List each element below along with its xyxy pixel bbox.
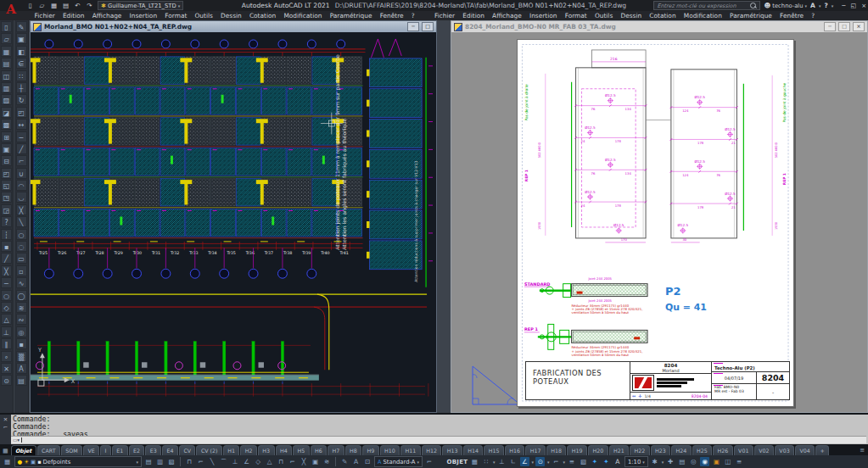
undo-button[interactable]: ↶ [73, 1, 82, 10]
transparency-toggle[interactable]: ▧ [579, 457, 588, 466]
field-icon[interactable]: ▣ [1, 143, 12, 154]
layout-browse-icon[interactable]: ▦ [3, 448, 8, 454]
scale-icon[interactable]: ◰ [16, 107, 27, 118]
open-button[interactable]: ▱ [37, 1, 47, 10]
tab-e3[interactable]: E3 [145, 445, 161, 455]
right-window-titlebar[interactable]: 8204_Morland_BMO-N0 MR_FAB 03_TA.dwg ─ □… [451, 21, 867, 32]
snap-tangent-icon[interactable]: △ [1, 314, 12, 325]
menu-cotation[interactable]: Cotation [245, 11, 279, 20]
workspace-switcher[interactable]: ✱ Guillaume-TA_LT21_STD ▾ [98, 1, 183, 10]
tab-h24[interactable]: H24 [671, 445, 692, 455]
tab-v02[interactable]: V02 [754, 445, 774, 455]
annotation-scale-icon[interactable]: A [613, 457, 622, 466]
annotation-visibility-icon[interactable]: ✦ [590, 457, 599, 466]
tab-v04[interactable]: V04 [795, 445, 815, 455]
drafting-tool-icon[interactable]: ⊓ [277, 457, 286, 466]
tab-h12[interactable]: H12 [422, 445, 442, 455]
search-icon[interactable] [750, 3, 756, 8]
tool-palettes-icon[interactable]: ◱ [1, 180, 12, 191]
menu-fichier[interactable]: Fichier [31, 11, 59, 20]
offset-icon[interactable]: ∈ [16, 58, 27, 69]
user-account[interactable]: ☻ techno-alu ▾ [764, 2, 807, 9]
menu-outils[interactable]: Outils [591, 11, 617, 20]
move-icon[interactable]: ┼ [16, 82, 27, 93]
open-icon[interactable]: ▱ [1, 33, 12, 44]
rectangle-icon[interactable]: ▫ [16, 265, 27, 276]
infer-constraints-toggle[interactable]: ⊥ [497, 457, 507, 466]
insert-block-icon[interactable]: ▩ [1, 119, 12, 130]
circle-icon[interactable]: ◯ [16, 290, 27, 301]
snap-quadrant-icon[interactable]: ◇ [1, 302, 12, 313]
text-edit-icon[interactable]: ✎ [340, 457, 350, 466]
object-snap-tracking-toggle[interactable]: ⌐ [552, 457, 561, 466]
arc-icon[interactable]: ∿ [16, 277, 27, 288]
chevron-down-icon[interactable]: ▾ [531, 460, 534, 465]
snap-intersection-icon[interactable]: ╳ [1, 265, 12, 276]
explode-icon[interactable]: ╳ [16, 204, 27, 215]
tab-h6[interactable]: H6 [311, 445, 328, 455]
menu-modification[interactable]: Modification [680, 11, 725, 20]
status-tray-icon[interactable]: ◫ [723, 457, 732, 466]
text-style-dropdown[interactable]: AStandard-A▾ [374, 456, 423, 467]
drafting-tool-icon[interactable]: ╲ [208, 457, 217, 466]
annotation-monitor-icon[interactable]: ✚ [666, 457, 675, 466]
block-editor-icon[interactable]: ◪ [1, 107, 12, 118]
tab-e2[interactable]: E2 [129, 445, 145, 455]
tab-h19[interactable]: H19 [567, 445, 587, 455]
tab-objet[interactable]: Objet [11, 445, 36, 455]
workspace-gear-icon[interactable]: ✱ [650, 457, 659, 466]
tab-h25[interactable]: H25 [692, 445, 713, 455]
tab-h11[interactable]: H11 [400, 445, 421, 455]
line-icon[interactable]: ╲ [16, 216, 27, 227]
close-icon[interactable]: ✕ [3, 417, 8, 422]
tab-cart[interactable]: CART [37, 445, 60, 455]
search-input[interactable]: Entrez mot-clé ou expression [653, 1, 760, 10]
customization-menu-icon[interactable]: ≡ [735, 457, 744, 466]
tab-h23[interactable]: H23 [651, 445, 671, 455]
chevron-down-icon[interactable]: ▾ [563, 460, 565, 465]
grid-display-toggle[interactable]: ▦ [470, 457, 479, 466]
new-layout-button[interactable]: + [815, 445, 829, 455]
menu-dessin[interactable]: Dessin [617, 11, 646, 20]
snap-perpendicular-icon[interactable]: ⊥ [1, 326, 12, 337]
space-toggle-button[interactable]: OBJET [446, 459, 468, 465]
tab-h2[interactable]: H2 [240, 445, 257, 455]
ellipse-icon[interactable]: ◎ [16, 326, 27, 337]
layer-previous-icon[interactable]: ▥ [155, 457, 165, 466]
tab-h8[interactable]: H8 [345, 445, 362, 455]
restore-button[interactable]: ◱ [851, 3, 857, 9]
join-icon[interactable]: ∪ [16, 168, 27, 179]
isolate-objects-icon[interactable]: ◎ [689, 457, 698, 466]
plot-icon[interactable]: ▤ [1, 58, 12, 69]
construction-line-icon[interactable]: ○ [16, 229, 27, 240]
snap-node-icon[interactable]: ∘ [1, 351, 12, 362]
snap-extension-icon[interactable]: ─ [1, 277, 12, 288]
minimize-button[interactable]: ─ [824, 22, 836, 31]
tab-h14[interactable]: H14 [463, 445, 484, 455]
hatch-icon[interactable]: ▒ [16, 351, 27, 362]
drafting-tool-icon[interactable]: ⌐ [196, 457, 205, 466]
menu-affichage[interactable]: Affichage [88, 11, 126, 20]
tab-v01[interactable]: V01 [734, 445, 753, 455]
tab-h4[interactable]: H4 [276, 445, 293, 455]
plot-button[interactable]: ▤ [61, 1, 70, 10]
tab-e4[interactable]: E4 [162, 445, 178, 455]
chamfer-icon[interactable]: ◠ [16, 180, 27, 191]
menu-format[interactable]: Format [561, 11, 591, 20]
stretch-icon[interactable]: ↔ [16, 119, 27, 130]
tab-h16[interactable]: H16 [505, 445, 525, 455]
left-drawing-canvas[interactable]: Attention joints de poteaux 11mm à rempl… [31, 32, 436, 412]
command-panel-grip[interactable]: ✕ ⌐ [0, 415, 11, 446]
dimension-style-icon[interactable]: ⌐ [424, 457, 434, 466]
menu-[interactable]: ? [407, 11, 418, 20]
polygon-icon[interactable]: ▭ [16, 253, 27, 264]
menu-fichier[interactable]: Fichier [430, 11, 458, 20]
new-file-icon[interactable]: ▯ [1, 21, 12, 32]
text-style-icon[interactable]: A [351, 457, 361, 466]
tab-h13[interactable]: H13 [442, 445, 462, 455]
menu-modification[interactable]: Modification [280, 11, 326, 20]
break-icon[interactable]: ⌐ [16, 155, 27, 166]
snap-from-icon[interactable]: ┆ [1, 229, 12, 240]
text-icon[interactable]: A [16, 363, 27, 374]
snap-mode-toggle[interactable]: ∷ [481, 457, 490, 466]
